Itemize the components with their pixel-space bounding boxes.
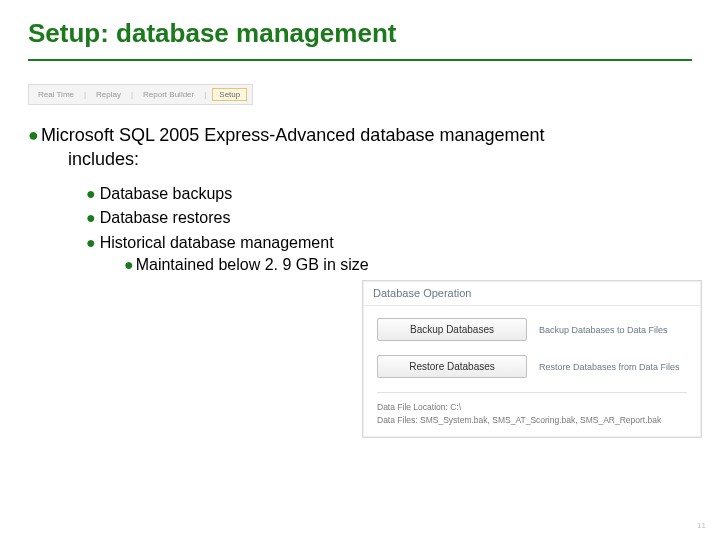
bullet-dot-icon: ● — [28, 125, 41, 145]
bullet-dot-icon: ● — [124, 256, 136, 273]
database-operation-panel: Database Operation Backup Databases Back… — [362, 280, 702, 438]
panel-meta: Data File Location: C:\ Data Files: SMS_… — [377, 401, 687, 427]
nav-item-replay[interactable]: Replay — [92, 89, 125, 100]
bullet-level3: ●Maintained below 2. 9 GB in size — [28, 256, 692, 274]
meta-files-label: Data Files: — [377, 415, 418, 425]
bullet-dot-icon: ● — [86, 234, 100, 251]
nav-separator: | — [131, 90, 133, 99]
bullet-text: Maintained below 2. 9 GB in size — [136, 256, 369, 273]
panel-heading: Database Operation — [363, 281, 701, 306]
meta-files-value: SMS_System.bak, SMS_AT_Scoring.bak, SMS_… — [420, 415, 661, 425]
restore-row-description: Restore Databases from Data Files — [539, 362, 680, 372]
meta-location-label: Data File Location: — [377, 402, 448, 412]
nav-strip: Real Time | Replay | Report Builder | Se… — [28, 84, 253, 105]
title-underline — [28, 59, 692, 61]
bullet-dot-icon: ● — [86, 209, 100, 226]
bullet-dot-icon: ● — [86, 185, 100, 202]
panel-row-restore: Restore Databases Restore Databases from… — [377, 355, 687, 378]
panel-separator — [377, 392, 687, 393]
nav-item-setup[interactable]: Setup — [212, 88, 247, 101]
slide-title: Setup: database management — [28, 18, 692, 55]
bullet-level2-group: ●Database backups ●Database restores ●Hi… — [28, 182, 692, 256]
bullet-level1: ●Microsoft SQL 2005 Express-Advanced dat… — [28, 123, 692, 172]
nav-item-reportbuilder[interactable]: Report Builder — [139, 89, 198, 100]
bullet-text: Database restores — [100, 209, 231, 226]
backup-databases-button[interactable]: Backup Databases — [377, 318, 527, 341]
bullet-text: Database backups — [100, 185, 233, 202]
nav-separator: | — [204, 90, 206, 99]
page-number: 11 — [697, 521, 706, 530]
panel-row-backup: Backup Databases Backup Databases to Dat… — [377, 318, 687, 341]
backup-row-description: Backup Databases to Data Files — [539, 325, 668, 335]
restore-databases-button[interactable]: Restore Databases — [377, 355, 527, 378]
nav-item-realtime[interactable]: Real Time — [34, 89, 78, 100]
bullet-text: Microsoft SQL 2005 Express-Advanced data… — [41, 125, 545, 145]
meta-location-value: C:\ — [450, 402, 461, 412]
nav-separator: | — [84, 90, 86, 99]
bullet-text: Historical database management — [100, 234, 334, 251]
bullet-text-continue: includes: — [28, 147, 692, 171]
